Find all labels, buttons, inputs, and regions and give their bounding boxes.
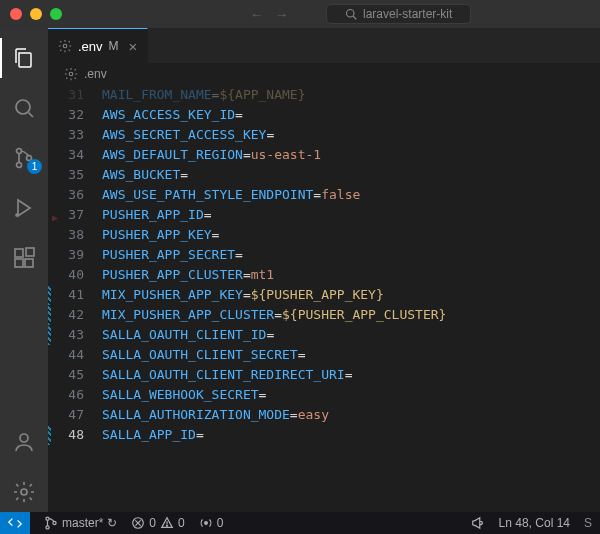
gear-icon bbox=[58, 39, 72, 53]
line-number: 43 bbox=[48, 325, 102, 345]
code-line[interactable]: 48SALLA_APP_ID= bbox=[48, 425, 600, 445]
svg-point-17 bbox=[46, 526, 49, 529]
code-content[interactable]: SALLA_APP_ID= bbox=[102, 425, 600, 445]
line-number: 38 bbox=[48, 225, 102, 245]
line-number: 44 bbox=[48, 345, 102, 365]
svg-point-0 bbox=[347, 10, 355, 18]
remote-indicator[interactable] bbox=[0, 512, 30, 534]
svg-point-5 bbox=[17, 163, 22, 168]
code-content[interactable]: SALLA_OAUTH_CLIENT_SECRET= bbox=[102, 345, 600, 365]
svg-point-21 bbox=[167, 525, 168, 526]
code-line[interactable]: 35AWS_BUCKET= bbox=[48, 165, 600, 185]
code-line[interactable]: 38PUSHER_APP_KEY= bbox=[48, 225, 600, 245]
git-branch[interactable]: master* ↻ bbox=[44, 516, 117, 530]
gear-icon bbox=[64, 67, 78, 81]
tab-env[interactable]: .env M × bbox=[48, 28, 148, 63]
svg-point-7 bbox=[16, 214, 18, 216]
line-number: 41 bbox=[48, 285, 102, 305]
code-content[interactable]: MIX_PUSHER_APP_KEY=${PUSHER_APP_KEY} bbox=[102, 285, 600, 305]
maximize-window[interactable] bbox=[50, 8, 62, 20]
code-content[interactable]: AWS_USE_PATH_STYLE_ENDPOINT=false bbox=[102, 185, 600, 205]
status-more: S bbox=[584, 516, 592, 530]
ports[interactable]: 0 bbox=[199, 516, 224, 530]
svg-rect-9 bbox=[15, 259, 23, 267]
svg-point-13 bbox=[21, 489, 27, 495]
line-number: 36 bbox=[48, 185, 102, 205]
code-content[interactable]: PUSHER_APP_SECRET= bbox=[102, 245, 600, 265]
svg-point-15 bbox=[69, 72, 73, 76]
code-line[interactable]: 39PUSHER_APP_SECRET= bbox=[48, 245, 600, 265]
account-icon[interactable] bbox=[0, 422, 48, 462]
search-tab-icon[interactable] bbox=[0, 88, 48, 128]
line-number: 39 bbox=[48, 245, 102, 265]
code-content[interactable]: SALLA_OAUTH_CLIENT_REDIRECT_URI= bbox=[102, 365, 600, 385]
code-content[interactable]: AWS_ACCESS_KEY_ID= bbox=[102, 105, 600, 125]
code-content[interactable]: MAIL_FROM_NAME=${APP_NAME} bbox=[102, 85, 600, 105]
code-content[interactable]: AWS_DEFAULT_REGION=us-east-1 bbox=[102, 145, 600, 165]
close-icon[interactable]: × bbox=[129, 38, 138, 55]
code-content[interactable]: SALLA_OAUTH_CLIENT_ID= bbox=[102, 325, 600, 345]
svg-line-3 bbox=[29, 113, 34, 118]
remote-icon bbox=[8, 516, 22, 530]
line-number: 46 bbox=[48, 385, 102, 405]
tab-modified-marker: M bbox=[109, 39, 119, 53]
tab-label: .env bbox=[78, 39, 103, 54]
feedback[interactable] bbox=[471, 516, 485, 530]
problems[interactable]: 0 0 bbox=[131, 516, 184, 530]
line-number: 35 bbox=[48, 165, 102, 185]
extensions-icon[interactable] bbox=[0, 238, 48, 278]
minimize-window[interactable] bbox=[30, 8, 42, 20]
code-line[interactable]: 42MIX_PUSHER_APP_CLUSTER=${PUSHER_APP_CL… bbox=[48, 305, 600, 325]
line-number: 42 bbox=[48, 305, 102, 325]
code-line[interactable]: 40PUSHER_APP_CLUSTER=mt1 bbox=[48, 265, 600, 285]
code-line[interactable]: 41MIX_PUSHER_APP_KEY=${PUSHER_APP_KEY} bbox=[48, 285, 600, 305]
code-content[interactable]: PUSHER_APP_KEY= bbox=[102, 225, 600, 245]
code-content[interactable]: AWS_BUCKET= bbox=[102, 165, 600, 185]
breadcrumb[interactable]: .env bbox=[48, 63, 600, 85]
scm-badge: 1 bbox=[27, 159, 42, 174]
line-number: 33 bbox=[48, 125, 102, 145]
search-placeholder: laravel-starter-kit bbox=[363, 7, 452, 21]
warning-icon bbox=[160, 516, 174, 530]
cursor-position[interactable]: Ln 48, Col 14 bbox=[499, 516, 570, 530]
run-debug-icon[interactable] bbox=[0, 188, 48, 228]
ports-count: 0 bbox=[217, 516, 224, 530]
code-content[interactable]: MIX_PUSHER_APP_CLUSTER=${PUSHER_APP_CLUS… bbox=[102, 305, 600, 325]
close-window[interactable] bbox=[10, 8, 22, 20]
explorer-icon[interactable] bbox=[0, 38, 48, 78]
code-line[interactable]: 47SALLA_AUTHORIZATION_MODE=easy bbox=[48, 405, 600, 425]
code-line[interactable]: 34AWS_DEFAULT_REGION=us-east-1 bbox=[48, 145, 600, 165]
sync-icon: ↻ bbox=[107, 516, 117, 530]
editor[interactable]: 31MAIL_FROM_NAME=${APP_NAME}32AWS_ACCESS… bbox=[48, 85, 600, 512]
code-line[interactable]: 46SALLA_WEBHOOK_SECRET= bbox=[48, 385, 600, 405]
nav-forward-icon[interactable]: → bbox=[275, 7, 288, 22]
source-control-icon[interactable]: 1 bbox=[0, 138, 48, 178]
line-number: 45 bbox=[48, 365, 102, 385]
code-content[interactable]: SALLA_AUTHORIZATION_MODE=easy bbox=[102, 405, 600, 425]
code-line[interactable]: 33AWS_SECRET_ACCESS_KEY= bbox=[48, 125, 600, 145]
titlebar: ← → laravel-starter-kit bbox=[0, 0, 600, 28]
branch-icon bbox=[44, 516, 58, 530]
code-content[interactable]: AWS_SECRET_ACCESS_KEY= bbox=[102, 125, 600, 145]
svg-point-18 bbox=[53, 521, 56, 524]
window-controls bbox=[10, 8, 62, 20]
code-line[interactable]: 37▶PUSHER_APP_ID= bbox=[48, 205, 600, 225]
line-number: 37▶ bbox=[48, 205, 102, 225]
command-center[interactable]: laravel-starter-kit bbox=[326, 4, 471, 24]
settings-gear-icon[interactable] bbox=[0, 472, 48, 512]
svg-point-16 bbox=[46, 517, 49, 520]
line-number: 47 bbox=[48, 405, 102, 425]
code-line[interactable]: 36AWS_USE_PATH_STYLE_ENDPOINT=false bbox=[48, 185, 600, 205]
nav-back-icon[interactable]: ← bbox=[250, 7, 263, 22]
code-content[interactable]: PUSHER_APP_CLUSTER=mt1 bbox=[102, 265, 600, 285]
code-line[interactable]: 45SALLA_OAUTH_CLIENT_REDIRECT_URI= bbox=[48, 365, 600, 385]
code-line[interactable]: 31MAIL_FROM_NAME=${APP_NAME} bbox=[48, 85, 600, 105]
code-content[interactable]: SALLA_WEBHOOK_SECRET= bbox=[102, 385, 600, 405]
line-number: 40 bbox=[48, 265, 102, 285]
svg-point-4 bbox=[17, 149, 22, 154]
code-line[interactable]: 43SALLA_OAUTH_CLIENT_ID= bbox=[48, 325, 600, 345]
svg-rect-10 bbox=[25, 259, 33, 267]
code-line[interactable]: 32AWS_ACCESS_KEY_ID= bbox=[48, 105, 600, 125]
code-line[interactable]: 44SALLA_OAUTH_CLIENT_SECRET= bbox=[48, 345, 600, 365]
code-content[interactable]: PUSHER_APP_ID= bbox=[102, 205, 600, 225]
